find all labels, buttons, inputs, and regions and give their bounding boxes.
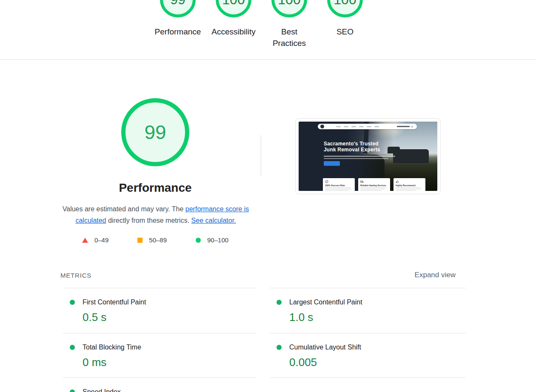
feature-cards-row: 100% Success Rate Reliable Hauling Servi… <box>323 178 425 191</box>
score-best-practices[interactable]: 100 Best Practices <box>266 0 313 49</box>
category-scores-header: 99 Performance 100 Accessibility 100 Bes… <box>0 0 536 60</box>
feature-card-title: Highly Recommend <box>396 184 423 187</box>
performance-description: Values are estimated and may vary. The p… <box>58 203 253 226</box>
site-headline: Sacramento's Trusted Junk Removal Expert… <box>324 141 388 153</box>
phone-icon <box>397 126 410 127</box>
metrics-grid: First Contentful Paint 0.5 s Largest Con… <box>63 288 466 392</box>
metric-speed-index: Speed Index <box>63 378 257 392</box>
feature-card-title: 100% Success Rate <box>325 184 353 187</box>
score-legend: 0–49 50–89 90–100 <box>57 236 253 244</box>
circle-icon <box>196 238 201 243</box>
circle-icon <box>70 345 75 350</box>
metrics-section-label: METRICS <box>60 272 91 279</box>
metric-empty-cell <box>270 378 466 392</box>
score-value: 100 <box>334 0 356 8</box>
thumbs-up-icon <box>396 180 399 183</box>
screenshot-image: Sacramento's Trusted Junk Removal Expert… <box>299 122 437 191</box>
description-text: directly from these metrics. <box>106 217 191 224</box>
metric-value: 0.005 <box>289 356 466 369</box>
menu-toggle-icon <box>411 126 413 128</box>
cta-button <box>324 161 340 166</box>
metric-total-blocking-time: Total Blocking Time 0 ms <box>63 333 257 378</box>
feature-card: 100% Success Rate <box>323 178 355 191</box>
circle-icon <box>70 300 75 305</box>
score-seo[interactable]: 100 SEO <box>322 0 368 49</box>
legend-item-average: 50–89 <box>137 236 167 244</box>
performance-section-title: Performance <box>70 181 240 195</box>
legend-range: 50–89 <box>149 236 167 244</box>
metric-first-contentful-paint: First Contentful Paint 0.5 s <box>63 288 257 333</box>
score-value: 100 <box>278 0 300 8</box>
metric-label: Cumulative Layout Shift <box>289 344 361 351</box>
metric-value: 0.5 s <box>83 311 257 324</box>
triangle-icon <box>82 238 88 243</box>
score-performance[interactable]: 99 Performance <box>154 0 201 49</box>
site-navbar <box>318 124 417 129</box>
metric-largest-contentful-paint: Largest Contentful Paint 1.0 s <box>270 288 466 333</box>
feature-card: Reliable Hauling Services <box>358 178 390 191</box>
vertical-divider <box>261 135 261 176</box>
metric-value: 1.0 s <box>289 311 466 324</box>
legend-range: 90–100 <box>207 236 228 244</box>
performance-gauge-large: 99 <box>121 98 189 166</box>
circle-icon <box>70 389 75 392</box>
feature-card-title: Reliable Hauling Services <box>360 184 388 187</box>
category-scores-row: 99 Performance 100 Accessibility 100 Bes… <box>154 0 368 49</box>
square-icon <box>137 238 143 243</box>
metric-value: 0 ms <box>83 356 257 369</box>
pagespeed-report-page: 99 Performance 100 Accessibility 100 Bes… <box>0 0 536 392</box>
see-calculator-link[interactable]: See calculator. <box>191 217 236 224</box>
truck-icon <box>360 180 364 183</box>
metric-label: Total Blocking Time <box>83 344 141 351</box>
site-logo-icon <box>320 125 324 128</box>
legend-item-pass: 90–100 <box>196 236 228 244</box>
phone-number-button <box>397 126 413 128</box>
metric-label: Largest Contentful Paint <box>289 298 362 306</box>
metric-label: Speed Index <box>83 388 121 392</box>
site-tagline-bars <box>324 156 395 160</box>
expand-view-button[interactable]: Expand view <box>415 271 456 279</box>
score-accessibility[interactable]: 100 Accessibility <box>210 0 257 49</box>
score-value: 100 <box>222 0 245 8</box>
score-value: 99 <box>170 0 185 8</box>
circle-icon <box>277 345 282 350</box>
check-circle-icon <box>325 180 328 183</box>
feature-card: Highly Recommend <box>393 178 425 191</box>
legend-range: 0–49 <box>94 236 108 244</box>
metric-cumulative-layout-shift: Cumulative Layout Shift 0.005 <box>270 333 466 378</box>
metric-label: First Contentful Paint <box>83 298 146 306</box>
page-screenshot-thumbnail: Sacramento's Trusted Junk Removal Expert… <box>295 118 441 194</box>
performance-score-value: 99 <box>144 121 166 144</box>
legend-item-fail: 0–49 <box>82 236 108 244</box>
description-text: Values are estimated and may vary. The <box>63 205 185 213</box>
circle-icon <box>277 300 282 305</box>
nav-menu-items <box>336 126 379 127</box>
